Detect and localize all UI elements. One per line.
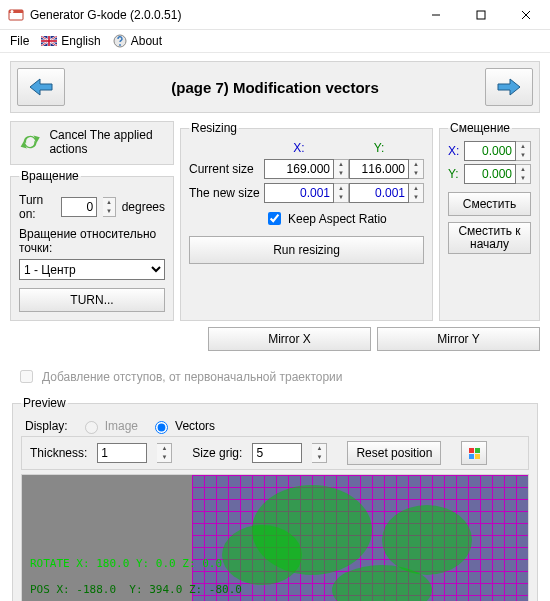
run-resizing-button[interactable]: Run resizing <box>189 236 424 264</box>
thickness-label: Thickness: <box>30 446 87 460</box>
minimize-button[interactable] <box>413 0 458 29</box>
overlay-rotate: ROTATE X: 180.0 Y: 0.0 Z: 0.0 <box>30 557 222 570</box>
preview-group: Preview Display: Image Vectors Thickness… <box>12 396 538 601</box>
maximize-button[interactable] <box>458 0 503 29</box>
current-size-label: Current size <box>189 162 264 176</box>
offset-y-label: Y: <box>448 167 464 181</box>
new-y-input[interactable] <box>349 183 409 203</box>
resizing-group: Resizing X: Y: Current size ▲▼ ▲▼ The ne… <box>180 121 433 321</box>
new-y-spinner[interactable]: ▲▼ <box>409 183 424 203</box>
overlay-pos: POS X: -188.0 Y: 394.0 Z: -80.0 <box>30 583 242 596</box>
size-grid-input[interactable] <box>252 443 302 463</box>
current-y-spinner[interactable]: ▲▼ <box>409 159 424 179</box>
menu-language[interactable]: English <box>41 34 100 48</box>
reset-position-button[interactable]: Reset position <box>347 441 441 465</box>
turn-button[interactable]: TURN... <box>19 288 165 312</box>
thickness-spinner[interactable]: ▲▼ <box>157 443 172 463</box>
add-margins-checkbox <box>20 370 33 383</box>
shift-button[interactable]: Сместить <box>448 192 531 216</box>
flag-uk-icon <box>41 36 57 46</box>
svg-point-13 <box>119 44 121 46</box>
svg-rect-11 <box>41 40 57 42</box>
resize-x-label: X: <box>264 141 334 155</box>
arrow-left-icon <box>26 75 56 99</box>
size-grid-spinner[interactable]: ▲▼ <box>312 443 327 463</box>
refresh-icon <box>19 130 41 154</box>
offset-legend: Смещение <box>448 121 512 135</box>
resizing-legend: Resizing <box>189 121 239 135</box>
cancel-actions-label: Cancel The applied actions <box>49 128 165 156</box>
pivot-label: Вращение относительно точки: <box>19 227 165 255</box>
page-title: (page 7) Modification vectors <box>65 79 485 96</box>
svg-rect-4 <box>477 11 485 19</box>
offset-x-spinner[interactable]: ▲▼ <box>516 141 531 161</box>
menu-about[interactable]: About <box>113 34 162 48</box>
offset-group: Смещение X: ▲▼ Y: ▲▼ Сместить Сместить к… <box>439 121 540 321</box>
about-icon <box>113 34 127 48</box>
window-title: Generator G-kode (2.0.0.51) <box>30 8 413 22</box>
add-margins-label: Добавление отступов, от первоначальной т… <box>42 370 343 384</box>
next-page-button[interactable] <box>485 68 533 106</box>
display-label: Display: <box>25 419 68 433</box>
rotation-angle-input[interactable] <box>61 197 97 217</box>
app-icon <box>8 7 24 23</box>
menu-bar: File English About <box>0 30 550 53</box>
degrees-label: degrees <box>122 200 165 214</box>
color-swatch-button[interactable] <box>461 441 487 465</box>
menu-file[interactable]: File <box>10 34 29 48</box>
offset-x-label: X: <box>448 144 464 158</box>
mirror-x-button[interactable]: Mirror X <box>208 327 371 351</box>
preview-legend: Preview <box>21 396 68 410</box>
display-vectors-radio[interactable]: Vectors <box>150 418 215 434</box>
add-margins-row: Добавление отступов, от первоначальной т… <box>10 351 540 392</box>
rotation-angle-spinner[interactable]: ▲▼ <box>103 197 115 217</box>
thickness-input[interactable] <box>97 443 147 463</box>
keep-aspect-label: Keep Aspect Ratio <box>288 212 387 226</box>
display-image-radio: Image <box>80 418 138 434</box>
preview-canvas[interactable]: ROTATE X: 180.0 Y: 0.0 Z: 0.0 POS X: -18… <box>22 475 528 601</box>
pivot-select[interactable]: 1 - Центр <box>19 259 165 280</box>
current-y-input[interactable] <box>349 159 409 179</box>
close-button[interactable] <box>503 0 548 29</box>
keep-aspect-checkbox[interactable] <box>268 212 281 225</box>
resize-y-label: Y: <box>349 141 409 155</box>
title-bar: Generator G-kode (2.0.0.51) <box>0 0 550 30</box>
current-x-spinner[interactable]: ▲▼ <box>334 159 349 179</box>
svg-point-2 <box>11 10 14 13</box>
size-grid-label: Size grig: <box>192 446 242 460</box>
new-size-label: The new size <box>189 186 264 200</box>
page-navigation: (page 7) Modification vectors <box>10 61 540 113</box>
vector-grid-area <box>192 475 528 601</box>
cancel-actions-block[interactable]: Cancel The applied actions <box>10 121 174 165</box>
offset-y-input[interactable] <box>464 164 516 184</box>
rotation-legend: Вращение <box>19 169 81 183</box>
current-x-input[interactable] <box>264 159 334 179</box>
palette-icon <box>469 448 480 459</box>
arrow-right-icon <box>494 75 524 99</box>
offset-x-input[interactable] <box>464 141 516 161</box>
mirror-y-button[interactable]: Mirror Y <box>377 327 540 351</box>
rotation-group: Вращение Turn on: ▲▼ degrees Вращение от… <box>10 169 174 321</box>
offset-y-spinner[interactable]: ▲▼ <box>516 164 531 184</box>
shift-to-origin-button[interactable]: Сместить к началу <box>448 222 531 254</box>
new-x-spinner[interactable]: ▲▼ <box>334 183 349 203</box>
prev-page-button[interactable] <box>17 68 65 106</box>
new-x-input[interactable] <box>264 183 334 203</box>
turn-on-label: Turn on: <box>19 193 55 221</box>
